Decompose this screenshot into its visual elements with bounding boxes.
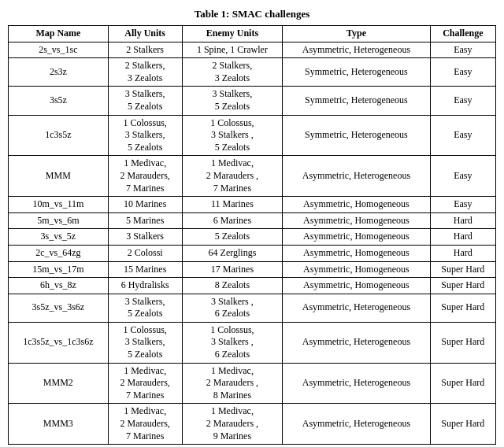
cell-ally: 6 Hydralisks	[108, 278, 182, 294]
cell-enemy: 1 Colossus,3 Stalkers ,5 Zealots	[182, 115, 283, 156]
cell-ally: 10 Marines	[108, 197, 182, 213]
cell-map: 1c3s5z	[9, 115, 109, 156]
cell-ally: 1 Medivac,2 Marauders,7 Marines	[108, 156, 182, 197]
table-row: 2c_vs_64zg2 Colossi64 ZerglingsAsymmetri…	[9, 245, 496, 261]
cell-type: Asymmetric, Homogeneous	[283, 261, 430, 278]
table-row: 2s3z2 Stalkers,3 Zealots2 Stalkers,3 Zea…	[9, 58, 496, 87]
cell-ally: 2 Stalkers,3 Zealots	[108, 58, 182, 87]
cell-type: Asymmetric, Homogeneous	[283, 278, 430, 294]
table-row: 6h_vs_8z6 Hydralisks8 ZealotsAsymmetric,…	[9, 278, 496, 294]
cell-ally: 1 Medivac,2 Marauders,7 Marines	[108, 404, 182, 445]
cell-challenge: Hard	[430, 229, 495, 246]
cell-map: MMM	[9, 156, 109, 197]
table-row: 2s_vs_1sc2 Stalkers1 Spine, 1 CrawlerAsy…	[9, 42, 496, 58]
cell-enemy: 3 Stalkers ,6 Zealots	[182, 294, 283, 322]
cell-ally: 2 Colossi	[108, 245, 182, 261]
table-row: 1c3s5z_vs_1c3s6z1 Colossus,3 Stalkers,5 …	[9, 322, 496, 363]
cell-type: Asymmetric, Heterogeneous	[283, 363, 430, 404]
cell-map: 10m_vs_11m	[9, 197, 109, 213]
cell-challenge: Easy	[430, 87, 495, 115]
table-row: MMM31 Medivac,2 Marauders,7 Marines1 Med…	[9, 404, 496, 445]
cell-map: 5m_vs_6m	[9, 212, 109, 229]
table-row: 5m_vs_6m5 Marines6 MarinesAsymmetric, Ho…	[9, 212, 496, 229]
cell-map: 3s_vs_5z	[9, 229, 109, 246]
table-row: MMM1 Medivac,2 Marauders,7 Marines1 Medi…	[9, 156, 496, 197]
cell-map: 3s5z_vs_3s6z	[9, 294, 109, 322]
table-row: 3s_vs_5z3 Stalkers5 ZealotsAsymmetric, H…	[9, 229, 496, 246]
table-row: MMM21 Medivac,2 Marauders,7 Marines1 Med…	[9, 363, 496, 404]
cell-challenge: Hard	[430, 245, 495, 261]
cell-map: 2s3z	[9, 58, 109, 87]
cell-challenge: Hard	[430, 212, 495, 229]
cell-type: Asymmetric, Heterogeneous	[283, 156, 430, 197]
cell-enemy: 64 Zerglings	[182, 245, 283, 261]
cell-ally: 2 Stalkers	[108, 42, 182, 58]
table-row: 15m_vs_17m15 Marines17 MarinesAsymmetric…	[9, 261, 496, 278]
cell-map: MMM2	[9, 363, 109, 404]
cell-enemy: 1 Medivac,2 Marauders ,7 Marines	[182, 156, 283, 197]
col-ally-units: Ally Units	[108, 26, 182, 42]
cell-enemy: 17 Marines	[182, 261, 283, 278]
cell-ally: 1 Colossus,3 Stalkers,5 Zealots	[108, 115, 182, 156]
cell-enemy: 11 Marines	[182, 197, 283, 213]
cell-map: 3s5z	[9, 87, 109, 115]
cell-type: Asymmetric, Heterogeneous	[283, 42, 430, 58]
cell-ally: 1 Medivac,2 Marauders,7 Marines	[108, 363, 182, 404]
cell-type: Asymmetric, Heterogeneous	[283, 294, 430, 322]
cell-ally: 3 Stalkers	[108, 229, 182, 246]
cell-ally: 5 Marines	[108, 212, 182, 229]
cell-challenge: Easy	[430, 115, 495, 156]
cell-map: 1c3s5z_vs_1c3s6z	[9, 322, 109, 363]
table-row: 1c3s5z1 Colossus,3 Stalkers,5 Zealots1 C…	[9, 115, 496, 156]
cell-type: Asymmetric, Homogeneous	[283, 229, 430, 246]
cell-map: 15m_vs_17m	[9, 261, 109, 278]
cell-challenge: Easy	[430, 42, 495, 58]
table-title: Table 1: SMAC challenges	[8, 8, 496, 20]
cell-challenge: Super Hard	[430, 363, 495, 404]
cell-challenge: Easy	[430, 197, 495, 213]
cell-type: Symmetric, Heterogeneous	[283, 87, 430, 115]
cell-ally: 3 Stalkers,5 Zealots	[108, 87, 182, 115]
cell-enemy: 3 Stalkers,5 Zealots	[182, 87, 283, 115]
cell-enemy: 1 Colossus,3 Stalkers ,6 Zealots	[182, 322, 283, 363]
cell-ally: 1 Colossus,3 Stalkers,5 Zealots	[108, 322, 182, 363]
table-row: 3s5z_vs_3s6z3 Stalkers,5 Zealots3 Stalke…	[9, 294, 496, 322]
cell-type: Asymmetric, Homogeneous	[283, 197, 430, 213]
cell-enemy: 2 Stalkers,3 Zealots	[182, 58, 283, 87]
cell-enemy: 6 Marines	[182, 212, 283, 229]
cell-map: 6h_vs_8z	[9, 278, 109, 294]
cell-map: MMM3	[9, 404, 109, 445]
smac-challenges-table: Map Name Ally Units Enemy Units Type Cha…	[8, 25, 496, 445]
table-container: Table 1: SMAC challenges Map Name Ally U…	[8, 8, 496, 445]
cell-enemy: 1 Spine, 1 Crawler	[182, 42, 283, 58]
cell-challenge: Super Hard	[430, 278, 495, 294]
table-row: 10m_vs_11m10 Marines11 MarinesAsymmetric…	[9, 197, 496, 213]
cell-type: Asymmetric, Homogeneous	[283, 212, 430, 229]
cell-enemy: 5 Zealots	[182, 229, 283, 246]
cell-ally: 15 Marines	[108, 261, 182, 278]
cell-type: Asymmetric, Heterogeneous	[283, 322, 430, 363]
cell-challenge: Super Hard	[430, 404, 495, 445]
cell-ally: 3 Stalkers,5 Zealots	[108, 294, 182, 322]
cell-type: Asymmetric, Heterogeneous	[283, 404, 430, 445]
cell-challenge: Easy	[430, 58, 495, 87]
table-row: 3s5z3 Stalkers,5 Zealots3 Stalkers,5 Zea…	[9, 87, 496, 115]
cell-challenge: Super Hard	[430, 322, 495, 363]
cell-type: Asymmetric, Homogeneous	[283, 245, 430, 261]
cell-challenge: Easy	[430, 156, 495, 197]
cell-enemy: 1 Medivac,2 Marauders ,8 Marines	[182, 363, 283, 404]
cell-type: Symmetric, Heterogeneous	[283, 115, 430, 156]
cell-map: 2s_vs_1sc	[9, 42, 109, 58]
col-map-name: Map Name	[9, 26, 109, 42]
cell-enemy: 8 Zealots	[182, 278, 283, 294]
cell-challenge: Super Hard	[430, 261, 495, 278]
col-type: Type	[283, 26, 430, 42]
cell-map: 2c_vs_64zg	[9, 245, 109, 261]
cell-enemy: 1 Medivac,2 Marauders ,9 Marines	[182, 404, 283, 445]
cell-challenge: Super Hard	[430, 294, 495, 322]
col-challenge: Challenge	[430, 26, 495, 42]
col-enemy-units: Enemy Units	[182, 26, 283, 42]
cell-type: Symmetric, Heterogeneous	[283, 58, 430, 87]
header-row: Map Name Ally Units Enemy Units Type Cha…	[9, 26, 496, 42]
